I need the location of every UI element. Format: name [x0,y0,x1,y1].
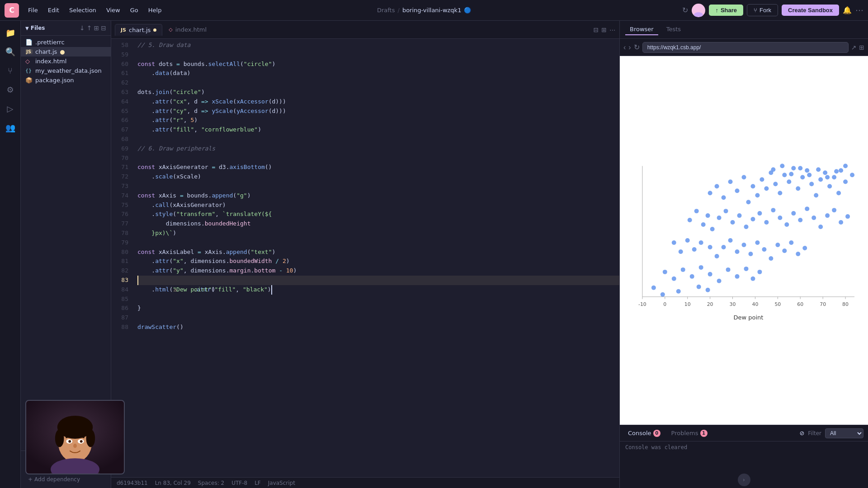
avatar[interactable] [692,4,705,17]
svg-point-48 [818,177,823,182]
console-tab-problems[interactable]: Problems 1 [668,428,711,438]
svg-point-43 [796,186,800,191]
svg-point-108 [735,274,740,279]
more-editor-button[interactable]: ⋯ [609,26,616,33]
upload-file-button[interactable]: ↑ [87,24,92,32]
collapse-file-button[interactable]: ⊟ [101,24,106,32]
svg-text:70: 70 [820,301,826,307]
browser-back-button[interactable]: ‹ [623,43,626,52]
svg-point-73 [805,206,809,211]
file-item-chartjs[interactable]: JS chart.js ● [21,47,111,56]
svg-point-104 [699,265,703,270]
svg-point-92 [755,240,760,245]
svg-text:-10: -10 [638,301,646,307]
fork-button[interactable]: ⑂ Fork [747,4,778,16]
svg-point-38 [773,182,778,186]
notifications-icon[interactable]: 🔔 [843,6,852,14]
browser-tab-tests[interactable]: Tests [662,24,685,35]
svg-point-109 [744,267,749,271]
code-editor[interactable]: 5859606162 6364656667 6869707172 7374757… [111,39,619,477]
svg-point-115 [697,285,701,289]
svg-point-83 [692,247,697,252]
filter-select[interactable]: All Errors Warnings Info [825,428,863,438]
code-content[interactable]: // 5. Draw data const dots = bounds.sele… [133,39,619,477]
browser-refresh-button[interactable]: ↻ [634,43,640,52]
tab-chartjs[interactable]: JS chart.js [115,24,162,36]
editor-tab-actions: ⊟ ⊞ ⋯ [594,26,616,33]
add-dependency-button[interactable]: + Add dependency [24,474,107,484]
warning-line: ⚠ .attr("fill", "black") [137,276,619,285]
svg-point-65 [750,217,755,221]
console-content: Console was cleared [620,441,868,472]
file-item-prettierrc[interactable]: 📄 .prettierrc [21,38,111,47]
svg-point-90 [742,243,746,247]
svg-point-28 [722,195,726,200]
svg-point-87 [722,245,726,249]
svg-point-98 [796,252,800,256]
svg-point-41 [787,179,791,184]
svg-point-71 [791,211,796,216]
menu-edit[interactable]: Edit [43,5,64,15]
open-external-icon[interactable]: ↗ [851,44,857,51]
svg-point-54 [843,179,848,184]
svg-point-85 [708,245,712,249]
file-panel-actions: ↓ ↑ ⊞ ⊟ [80,24,106,32]
new-file-button[interactable]: ↓ [80,24,85,32]
menu-go[interactable]: Go [126,5,143,15]
status-encoding: UTF-8 [231,480,247,486]
sidebar-files-icon[interactable]: 📁 [2,24,19,41]
svg-point-77 [832,208,836,212]
sidebar-run-icon[interactable]: ▷ [2,100,19,117]
file-tree: 📄 .prettierrc JS chart.js ● ◇ index.html… [21,36,111,450]
create-sandbox-button[interactable]: Create Sandbox [782,5,839,16]
sidebar-collab-icon[interactable]: 👥 [2,119,19,136]
file-item-indexhtml[interactable]: ◇ index.html [21,56,111,66]
console-toggle-button[interactable]: › [738,474,750,486]
svg-point-117 [771,167,775,172]
menu-selection[interactable]: Selection [65,5,101,15]
svg-point-133 [55,429,64,447]
menu-view[interactable]: View [102,5,125,15]
sidebar-extensions-icon[interactable]: ⚙️ [2,81,19,98]
svg-point-36 [764,186,769,191]
tab-indexhtml[interactable]: ◇ index.html [163,24,212,35]
svg-text:40: 40 [752,301,758,307]
browser-forward-button[interactable]: › [628,43,631,52]
file-modified-dot: ● [60,48,65,55]
svg-point-79 [845,214,850,219]
svg-point-81 [679,249,683,254]
file-item-weatherjson[interactable]: {} my_weather_data.json [21,66,111,75]
svg-point-134 [86,429,95,447]
new-folder-button[interactable]: ⊞ [94,24,99,32]
more-options-icon[interactable]: ⋯ [855,5,863,15]
sidebar-source-control-icon[interactable]: ⑂ [2,62,19,79]
console-tab-console[interactable]: Console 0 [624,428,664,438]
main-layout: 📁 🔍 ⑂ ⚙️ ▷ 👥 ▼ Files ↓ ↑ ⊞ ⊟ 📄 .prettier… [0,21,868,488]
split-editor-button[interactable]: ⊟ [594,26,599,33]
file-item-packagejson[interactable]: 📦 package.json [21,75,111,85]
menu-help[interactable]: Help [144,5,166,15]
browser-url-input[interactable] [642,42,849,53]
svg-point-102 [681,267,685,272]
svg-point-60 [717,216,722,220]
svg-point-32 [746,200,750,204]
filter-icon: ⊘ [799,430,804,436]
svg-point-58 [706,213,710,218]
svg-point-93 [762,247,766,252]
browser-options-icon[interactable]: ⊞ [859,44,864,51]
topbar-actions: ↻ ↑ Share ⑂ Fork Create Sandbox 🔔 ⋯ [682,4,863,17]
sidebar-search-icon[interactable]: 🔍 [2,43,19,60]
svg-point-27 [715,184,719,188]
scatter-chart: -10 0 10 20 30 40 50 60 70 80 [620,56,868,425]
svg-text:50: 50 [774,301,781,307]
menu-file[interactable]: File [24,5,42,15]
browser-tab-browser[interactable]: Browser [625,24,658,35]
svg-point-68 [771,208,775,212]
svg-point-40 [782,173,787,177]
refresh-icon[interactable]: ↻ [682,6,688,14]
svg-point-49 [823,170,827,175]
filter-label: Filter [808,430,821,436]
status-language: JavaScript [268,480,295,486]
maximize-editor-button[interactable]: ⊞ [601,26,607,33]
share-button[interactable]: ↑ Share [709,5,743,16]
